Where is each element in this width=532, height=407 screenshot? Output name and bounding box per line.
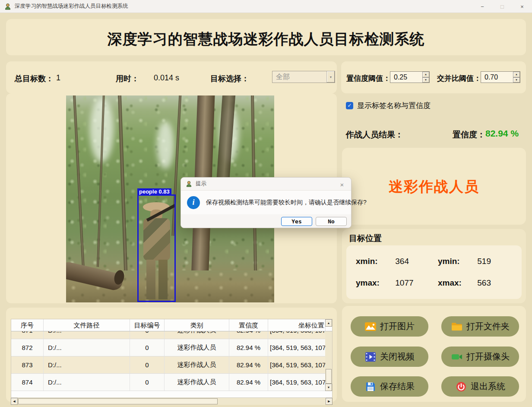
open-camera-button[interactable]: 打开摄像头 [441, 347, 519, 367]
show-labels-checkbox[interactable]: ✓ [346, 102, 353, 109]
app-person-icon [4, 3, 11, 10]
column-header-category[interactable]: 类别 [165, 319, 229, 331]
chevron-down-icon[interactable]: ▼ [326, 71, 335, 83]
table-cell: D:/... [44, 339, 130, 356]
confidence-threshold-value: 0.25 [390, 72, 422, 83]
scroll-up-icon[interactable]: ▲ [325, 319, 332, 327]
camera-icon [451, 352, 462, 362]
horizontal-scrollbar[interactable]: ◀ ▶ [11, 398, 332, 405]
power-icon [455, 382, 467, 392]
close-button[interactable]: × [512, 0, 532, 13]
app-person-icon [186, 181, 192, 187]
table-body: 871D:/...0迷彩作战人员82.94 %[364, 519, 563, 1… [11, 331, 326, 391]
scroll-right-icon[interactable]: ▶ [326, 398, 332, 405]
scroll-down-icon[interactable]: ▼ [325, 384, 332, 391]
dialog-title-bar: 提示 × [181, 178, 351, 191]
target-select-label: 目标选择： [210, 73, 249, 84]
tree-trunk [118, 95, 129, 298]
maximize-button[interactable]: □ [492, 0, 512, 13]
spin-down-icon[interactable]: ▼ [513, 77, 520, 83]
xmax-value: 563 [477, 278, 491, 287]
show-labels-label: 显示标签名称与置信度 [357, 101, 431, 111]
spin-up-icon[interactable]: ▲ [513, 72, 520, 77]
column-header-confidence[interactable]: 置信度 [229, 319, 268, 331]
detected-class-name: 迷彩作战人员 [342, 177, 526, 197]
ymin-value: 519 [477, 257, 491, 266]
minimize-button[interactable]: − [472, 0, 492, 13]
position-field: xmin: 364 [356, 257, 409, 266]
target-select-dropdown[interactable]: 全部 ▼ [272, 71, 335, 83]
dialog-no-button[interactable]: No [316, 217, 347, 226]
table-cell: 迷彩作战人员 [165, 356, 229, 373]
confidence-value: 82.94 % [485, 128, 519, 139]
table-cell: 874 [11, 374, 44, 391]
open-camera-label: 打开摄像头 [466, 351, 510, 362]
elapsed-time-value: 0.014 s [154, 73, 179, 83]
dialog-close-icon[interactable]: × [337, 180, 347, 189]
params-panel: 置信度阈值： 0.25 ▲ ▼ 交并比阈值： 0.70 ▲ ▼ [341, 61, 526, 93]
exit-system-button[interactable]: 退出系统 [441, 376, 519, 397]
table-row[interactable]: 871D:/...0迷彩作战人员82.94 %[364, 519, 563, 1… [11, 331, 326, 339]
close-video-button[interactable]: 关闭视频 [351, 347, 428, 367]
column-header-index[interactable]: 序号 [11, 319, 44, 331]
confidence-threshold-spinbox[interactable]: 0.25 ▲ ▼ [390, 71, 430, 83]
table-cell: 0 [130, 374, 165, 391]
exit-system-label: 退出系统 [471, 381, 505, 392]
spin-down-icon[interactable]: ▼ [422, 77, 429, 83]
folder-icon [451, 321, 462, 332]
table-header-row: 序号 文件路径 目标编号 类别 置信度 坐标位置 [11, 319, 332, 331]
total-targets-label: 总目标数： [15, 73, 54, 84]
ymax-value: 1077 [395, 278, 413, 287]
table-cell: [364, 519, 563, 1077] [268, 331, 326, 339]
iou-threshold-label: 交并比阈值： [437, 73, 481, 83]
scroll-left-icon[interactable]: ◀ [11, 398, 18, 405]
table-cell: 迷彩作战人员 [165, 374, 229, 391]
save-results-label: 保存结果 [380, 381, 415, 392]
column-header-target-id[interactable]: 目标编号 [130, 319, 165, 331]
target-select-value: 全部 [272, 73, 326, 82]
open-folder-button[interactable]: 打开文件夹 [441, 316, 519, 337]
dialog-message: 保存视频检测结果可能需要较长时间，请确认是否继续保存? [206, 199, 367, 207]
iou-threshold-spinbox[interactable]: 0.70 ▲ ▼ [481, 71, 520, 83]
horizontal-scrollbar-thumb[interactable] [18, 398, 218, 404]
table-panel: 序号 文件路径 目标编号 类别 置信度 坐标位置 871D:/...0迷彩作战人… [6, 308, 337, 402]
confidence-label: 置信度： [453, 129, 485, 140]
column-header-filepath[interactable]: 文件路径 [44, 319, 130, 331]
table-cell: [364, 519, 563, 1077] [268, 374, 326, 391]
table-cell: 872 [11, 339, 44, 356]
table-cell: 82.94 % [229, 339, 268, 356]
page-title: 深度学习的智慧战场迷彩作战人员目标检测系统 [6, 29, 526, 49]
xmin-value: 364 [395, 257, 409, 266]
dialog-yes-button[interactable]: Yes [281, 217, 312, 226]
person-result-label: 作战人员结果： [346, 129, 403, 140]
confidence-threshold-label: 置信度阈值： [346, 73, 390, 83]
table-cell: 82.94 % [229, 374, 268, 391]
vertical-scrollbar-thumb[interactable] [326, 369, 332, 384]
elapsed-time-label: 用时： [116, 73, 139, 84]
close-video-label: 关闭视频 [380, 351, 415, 362]
table-cell: 82.94 % [229, 356, 268, 373]
open-image-button[interactable]: 打开图片 [351, 316, 428, 337]
table-cell: 0 [130, 339, 165, 356]
save-results-button[interactable]: 保存结果 [351, 376, 428, 397]
table-row[interactable]: 872D:/...0迷彩作战人员82.94 %[364, 519, 563, 1… [11, 339, 326, 356]
ymin-label: ymin: [438, 257, 475, 266]
open-image-label: 打开图片 [380, 321, 415, 332]
table-cell: 871 [11, 331, 44, 339]
position-field: ymin: 519 [438, 257, 491, 266]
actions-panel: 打开图片 打开文件夹 关闭视频 打开摄像头 [342, 306, 526, 402]
ymax-label: ymax: [356, 278, 393, 288]
position-field: xmax: 563 [438, 278, 491, 288]
confirm-dialog: 提示 × i 保存视频检测结果可能需要较长时间，请确认是否继续保存? Yes N… [180, 177, 352, 228]
table-row[interactable]: 874D:/...0迷彩作战人员82.94 %[364, 519, 563, 1… [11, 374, 326, 391]
window-controls: − □ × [472, 0, 532, 13]
vertical-scrollbar[interactable]: ▲ ▼ [325, 331, 332, 391]
show-labels-option: ✓ 显示标签名称与置信度 [346, 101, 431, 111]
detection-bounding-box: people 0.83 [137, 194, 176, 302]
column-header-coords[interactable]: 坐标位置 [268, 319, 326, 331]
spin-up-icon[interactable]: ▲ [422, 72, 429, 77]
window-title: 深度学习的智慧战场迷彩作战人员目标检测系统 [15, 3, 128, 10]
detection-label: people 0.83 [137, 188, 171, 196]
save-icon [364, 382, 376, 392]
table-row[interactable]: 873D:/...0迷彩作战人员82.94 %[364, 519, 563, 1… [11, 356, 326, 374]
